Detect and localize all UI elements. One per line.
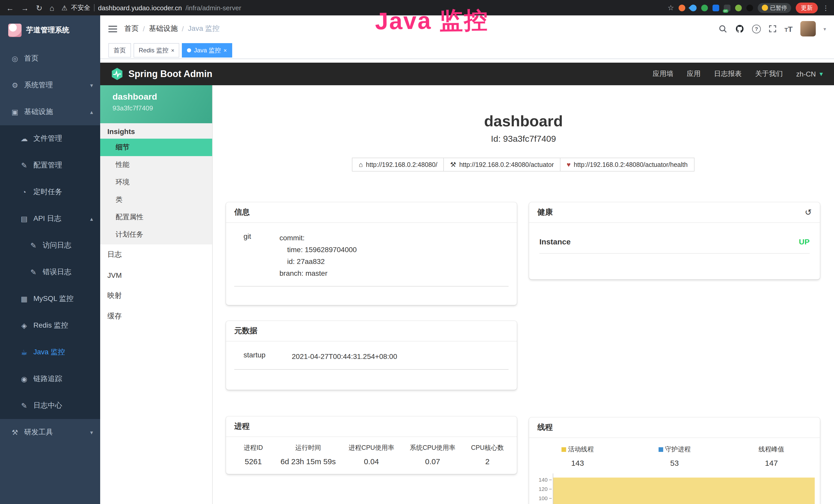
user-avatar[interactable] [800,21,816,37]
bookmark-star-icon[interactable]: ☆ [667,4,674,12]
service-url-button[interactable]: ⌂ http://192.168.0.2:48080/ [352,158,444,171]
avatar-caret-icon[interactable]: ▾ [824,26,826,31]
menu-group-label: Insights [100,123,212,139]
extension-icon[interactable] [679,4,685,11]
menu-item-performance[interactable]: 性能 [100,156,212,174]
metadata-value: 2021-04-27T00:44:31.254+08:00 [292,351,509,363]
menu-item-jvm[interactable]: JVM [100,265,212,285]
breadcrumb-home[interactable]: 首页 [124,24,139,33]
back-icon[interactable]: ← [6,4,14,12]
search-icon[interactable] [719,24,727,33]
history-icon[interactable]: ↺ [805,207,812,217]
menu-item-details[interactable]: 细节 [100,139,212,156]
sidebar-fold-icon[interactable] [108,25,117,32]
tab-home[interactable]: 首页 [108,43,131,58]
stat-label: 进程CPU使用率 [344,444,399,452]
trace-eye-icon: ◉ [20,375,29,383]
sidebar-item-label: 访问日志 [43,241,71,250]
sidebar-item-error-log[interactable]: ✎ 错误日志 [0,259,100,285]
sidebar-item-job[interactable]: ◔ 定时任务 [0,179,100,205]
tab-label: Redis 监控 [139,46,169,55]
sidebar-item-log-center[interactable]: ✎ 日志中心 [0,392,100,419]
y-tick-mark [549,498,552,498]
breadcrumb-section[interactable]: 基础设施 [149,24,178,33]
database-icon: ▦ [20,295,29,303]
app-logo[interactable]: 芋道管理系统 [0,16,100,45]
browser-menu-icon[interactable]: ⋮ [822,4,829,12]
cards-right-column: 健康 ↺ Instance UP [529,202,820,504]
sba-nav-applications[interactable]: 应用 [687,69,701,78]
sba-locale-select[interactable]: zh-CN ▼ [796,70,824,78]
github-icon[interactable] [735,24,744,33]
stat-value: 0.07 [405,457,460,466]
chrome-update-button[interactable]: 更新 [796,2,818,13]
stat-process-cpu: 进程CPU使用率 0.04 [341,444,402,466]
sba-nav-wall[interactable]: 应用墙 [653,69,674,78]
extension-drop-icon[interactable] [688,3,698,13]
legend-label: 活动线程 [529,445,626,454]
menu-item-classes[interactable]: 类 [100,191,212,208]
sidebar-item-trace[interactable]: ◉ 链路追踪 [0,366,100,392]
metadata-row-startup: startup 2021-04-27T00:44:31.254+08:00 [234,351,509,370]
live-threads-area [553,478,815,504]
address-bar[interactable]: ⚠ 不安全 dashboard.yudao.iocoder.cn/infra/a… [61,3,662,12]
stat-value: 0.04 [344,457,399,466]
sidebar-item-file[interactable]: ☁ 文件管理 [0,125,100,152]
help-icon[interactable]: ? [752,24,761,33]
sidebar-item-access-log[interactable]: ✎ 访问日志 [0,232,100,259]
url-domain: dashboard.yudao.iocoder.cn [98,4,182,12]
health-card: 健康 ↺ Instance UP [529,202,820,279]
card-title: 健康 [537,207,553,217]
card-title: 元数据 [234,326,257,336]
forward-icon[interactable]: → [21,4,29,12]
security-warning-icon[interactable]: ⚠ [61,4,67,12]
git-commit-line: commit: [280,232,509,244]
menu-item-scheduled-tasks[interactable]: 计划任务 [100,226,212,244]
stat-label: 系统CPU使用率 [405,444,460,452]
extension-dark-icon[interactable] [746,4,753,11]
sba-nav-about[interactable]: 关于我们 [755,69,783,78]
close-icon[interactable]: × [171,47,174,53]
profile-paused-badge[interactable]: 已暂停 [758,3,791,13]
sidebar-item-api-log[interactable]: ▤ API 日志 ▴ [0,205,100,232]
extension-on-icon[interactable]: on [724,4,730,11]
health-url-button[interactable]: ♥ http://192.168.0.2:48080/actuator/heal… [560,158,694,171]
menu-item-caches[interactable]: 缓存 [100,306,212,327]
sidebar-item-system[interactable]: ⚙ 系统管理 ▾ [0,72,100,98]
sidebar-item-home[interactable]: ◎ 首页 [0,45,100,72]
fullscreen-icon[interactable] [768,25,777,33]
sba-nav: 应用墙 应用 日志报表 关于我们 zh-CN ▼ [653,69,824,78]
tab-redis[interactable]: Redis 监控 × [134,43,179,58]
actuator-url-button[interactable]: ⚒ http://192.168.0.2:48080/actuator [444,158,561,171]
menu-item-environment[interactable]: 环境 [100,174,212,191]
heart-icon: ♥ [567,161,570,168]
extension-green-icon[interactable] [701,4,708,11]
health-card-body: Instance UP [529,223,820,269]
sidebar-item-redis[interactable]: ◈ Redis 监控 [0,312,100,339]
extension-grid-icon[interactable] [712,4,719,11]
sidebar-item-mysql[interactable]: ▦ MySQL 监控 [0,285,100,312]
menu-item-config-props[interactable]: 配置属性 [100,208,212,226]
sidebar-item-label: 配置管理 [34,161,62,170]
extension-leaf-icon[interactable] [735,4,742,11]
tab-java[interactable]: Java 监控 × [182,43,232,58]
refresh-icon[interactable]: ↻ [36,4,42,12]
cards-grid: 信息 git commit: time: 1596289704000 [213,202,834,504]
sidebar-item-config[interactable]: ✎ 配置管理 [0,152,100,179]
info-value: commit: time: 1596289704000 id: 27aa832 … [280,232,509,279]
sba-brand[interactable]: Spring Boot Admin [110,67,213,81]
cards-left-column: 信息 git commit: time: 1596289704000 [226,202,517,474]
sidebar-item-label: 定时任务 [34,187,62,197]
menu-item-logs[interactable]: 日志 [100,245,212,265]
close-icon[interactable]: × [223,47,227,53]
health-instance-row: Instance UP [540,237,810,254]
profile-emoji-icon [762,5,768,11]
menu-item-mappings[interactable]: 映射 [100,285,212,306]
metadata-card-body: startup 2021-04-27T00:44:31.254+08:00 [226,342,517,383]
browser-home-icon[interactable]: ⌂ [49,4,54,12]
sidebar-item-dev-tools[interactable]: ⚒ 研发工具 ▾ [0,419,100,446]
sba-nav-journal[interactable]: 日志报表 [714,69,742,78]
sidebar-item-infra[interactable]: ▣ 基础设施 ▴ [0,98,100,125]
font-size-icon[interactable]: TT [785,24,793,33]
sidebar-item-java[interactable]: ☕ Java 监控 [0,339,100,366]
